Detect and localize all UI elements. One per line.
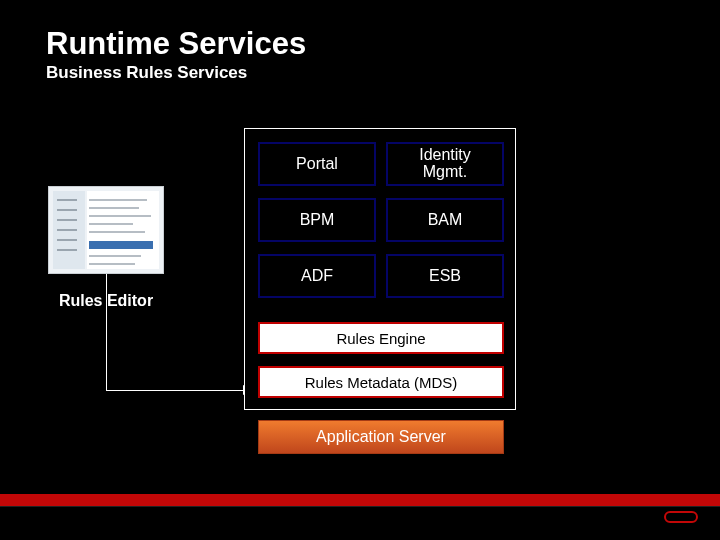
footer-bar bbox=[0, 494, 720, 506]
oracle-logo-icon bbox=[664, 511, 698, 523]
cell-label: BAM bbox=[428, 211, 463, 229]
slide-title: Runtime Services bbox=[46, 26, 306, 62]
cell-label: Identity Mgmt. bbox=[419, 147, 471, 181]
grid-cell-portal: Portal bbox=[258, 142, 376, 186]
box-label: Rules Metadata (MDS) bbox=[305, 374, 458, 391]
rules-engine-box: Rules Engine bbox=[258, 322, 504, 354]
rules-metadata-box: Rules Metadata (MDS) bbox=[258, 366, 504, 398]
cell-label: Portal bbox=[296, 155, 338, 173]
cell-label: ESB bbox=[429, 267, 461, 285]
box-label: Application Server bbox=[316, 428, 446, 446]
grid-cell-bam: BAM bbox=[386, 198, 504, 242]
grid-cell-esb: ESB bbox=[386, 254, 504, 298]
cell-label: ADF bbox=[301, 267, 333, 285]
connector-line-horizontal bbox=[106, 390, 243, 391]
footer-divider bbox=[0, 506, 720, 507]
connector-line-vertical bbox=[106, 274, 107, 390]
grid-cell-identity-mgmt: Identity Mgmt. bbox=[386, 142, 504, 186]
grid-cell-bpm: BPM bbox=[258, 198, 376, 242]
rules-editor-thumbnail bbox=[48, 186, 164, 274]
cell-label: BPM bbox=[300, 211, 335, 229]
oracle-logo bbox=[664, 511, 702, 523]
application-server-box: Application Server bbox=[258, 420, 504, 454]
box-label: Rules Engine bbox=[336, 330, 425, 347]
grid-cell-adf: ADF bbox=[258, 254, 376, 298]
slide-subtitle: Business Rules Services bbox=[46, 63, 247, 83]
